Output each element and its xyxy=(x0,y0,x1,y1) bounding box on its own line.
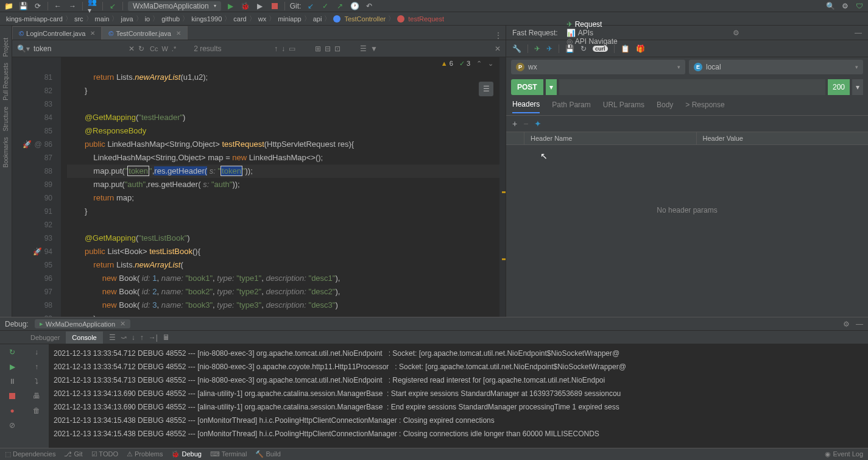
breadcrumb-item[interactable]: kings-miniapp-card xyxy=(6,15,63,23)
scroll-icon[interactable]: ⤵ xyxy=(31,376,42,387)
select-occurrences-icon[interactable]: ⊡ xyxy=(334,44,340,53)
code-line[interactable]: LinkedHashMap<String,Object> map = new L… xyxy=(67,151,506,165)
tool-window-pull requests[interactable]: Pull Requests xyxy=(2,63,9,101)
bottom-tab-dependencies[interactable]: ⬚ Dependencies xyxy=(5,450,55,458)
curl-icon[interactable]: curl xyxy=(593,46,608,52)
code-line[interactable]: new Book( id: 1, name: "book1", type: "t… xyxy=(67,272,506,285)
run-config-selector[interactable]: WxMaDemoApplication xyxy=(128,1,221,11)
tool-window-bookmarks[interactable]: Bookmarks xyxy=(2,137,9,168)
tool-window-structure[interactable]: Structure xyxy=(2,107,9,132)
save-request-icon[interactable]: 💾 xyxy=(565,44,574,53)
breadcrumb-item[interactable]: miniapp xyxy=(278,15,302,23)
code-line[interactable]: new Book( id: 2, name: "book2", type: "t… xyxy=(67,285,506,299)
request-tab-url-params[interactable]: URL Params xyxy=(603,101,644,113)
select-all-icon[interactable]: ▭ xyxy=(289,44,295,53)
history-icon[interactable]: ↻ xyxy=(138,44,144,53)
breadcrumb-item[interactable]: api xyxy=(313,15,322,23)
fast-request-tab-request[interactable]: ✈Request xyxy=(566,20,618,29)
wrench-icon[interactable]: 🔧 xyxy=(512,44,521,53)
save-icon[interactable]: 💾 xyxy=(18,1,28,11)
event-log[interactable]: ◉ Event Log xyxy=(825,450,863,458)
code-editor[interactable]: 8182838485🚀@8687888990919293🚀94959697989… xyxy=(12,57,506,317)
add-selection-icon[interactable]: ⊞ xyxy=(315,44,321,53)
search-everywhere-icon[interactable]: 🔍 xyxy=(825,1,835,11)
request-tab-body[interactable]: Body xyxy=(657,101,673,113)
shield-icon[interactable]: 🛡 xyxy=(855,1,864,11)
request-tab-path-param[interactable]: Path Param xyxy=(552,101,590,113)
run-icon[interactable]: ▶ xyxy=(226,1,236,11)
minimize-icon[interactable]: — xyxy=(856,320,863,328)
code-line[interactable] xyxy=(67,97,506,111)
git-rollback-icon[interactable]: ↶ xyxy=(364,1,374,11)
settings-icon[interactable]: ⚙ xyxy=(840,1,850,11)
code-line[interactable]: ); xyxy=(67,312,506,317)
run-to-cursor-icon[interactable]: →| xyxy=(149,333,158,342)
up-icon[interactable]: ↑ xyxy=(31,361,42,372)
at-icon[interactable]: @ xyxy=(34,138,41,151)
bottom-tab-git[interactable]: ⎇ Git xyxy=(64,450,82,458)
code-line[interactable]: @GetMapping("testHeader") xyxy=(67,111,506,124)
stop-debug-icon[interactable] xyxy=(9,393,15,399)
code-line[interactable]: public LinkedHashMap<String,Object> test… xyxy=(67,138,506,151)
open-icon[interactable]: 📁 xyxy=(4,1,13,11)
debug-icon[interactable]: 🐞 xyxy=(241,1,250,11)
more-tabs-icon[interactable]: ⋮ xyxy=(491,31,506,40)
clear-search-icon[interactable]: ✕ xyxy=(129,44,135,53)
forward-icon[interactable]: → xyxy=(68,1,77,11)
stop-icon[interactable] xyxy=(272,3,278,9)
request-tab-headers[interactable]: Headers xyxy=(512,100,540,113)
code-line[interactable]: } xyxy=(67,205,506,218)
close-tab-icon[interactable]: ✕ xyxy=(176,30,181,37)
search-option-.*[interactable]: .* xyxy=(170,45,178,52)
breadcrumb-item[interactable]: src xyxy=(74,15,83,23)
code-line[interactable]: } xyxy=(67,84,506,97)
debug-tab-console[interactable]: Console xyxy=(66,331,102,344)
console-output[interactable]: 2021-12-13 13:33:54.712 DEBUG 48552 --- … xyxy=(49,344,868,460)
method-dropdown-icon[interactable]: ▾ xyxy=(546,79,557,95)
bottom-tab-build[interactable]: 🔨 Build xyxy=(255,450,281,458)
minimize-icon[interactable]: — xyxy=(855,29,862,37)
debug-tab-debugger[interactable]: Debugger xyxy=(24,331,66,344)
send-download-icon[interactable]: ✈ xyxy=(546,44,552,53)
pause-icon[interactable]: ⏸ xyxy=(7,376,18,387)
bottom-tab-todo[interactable]: ☑ TODO xyxy=(91,450,118,458)
rocket-icon[interactable]: 🚀 xyxy=(23,138,32,151)
gift-icon[interactable]: 🎁 xyxy=(636,44,645,53)
http-method-selector[interactable]: POST xyxy=(511,79,543,95)
fast-request-tab-apis[interactable]: 📊APIs xyxy=(566,29,618,37)
project-selector[interactable]: Pwx xyxy=(511,60,685,74)
step-over-icon[interactable]: ⤻ xyxy=(121,333,127,342)
search-option-Cc[interactable]: Cc xyxy=(148,45,160,52)
bottom-tab-terminal[interactable]: ⌨ Terminal xyxy=(210,450,247,458)
close-find-icon[interactable]: ✕ xyxy=(495,44,501,53)
search-input[interactable] xyxy=(34,44,125,53)
code-line[interactable]: map.put("auth",res.getHeader( s: "auth")… xyxy=(67,178,506,191)
env-selector[interactable]: Elocal xyxy=(689,60,863,74)
breadcrumb-item[interactable]: card xyxy=(233,15,246,23)
step-out-icon[interactable]: ↑ xyxy=(140,333,144,342)
gear-icon[interactable]: ⚙ xyxy=(843,320,850,328)
debug-app-tab[interactable]: ▸WxMaDemoApplication ✕ xyxy=(35,319,130,328)
funnel-icon[interactable]: ▼ xyxy=(370,44,378,53)
step-into-icon[interactable]: ↓ xyxy=(132,333,135,342)
bottom-tab-problems[interactable]: ⚠ Problems xyxy=(127,450,163,458)
users-icon[interactable]: 👥▾ xyxy=(88,1,97,11)
remove-row-icon[interactable]: − xyxy=(523,119,528,129)
down-icon[interactable]: ↓ xyxy=(31,347,42,358)
git-pull-icon[interactable]: ↙ xyxy=(306,1,316,11)
close-tab-icon[interactable]: ✕ xyxy=(90,30,95,37)
next-match-icon[interactable]: ↓ xyxy=(281,44,285,53)
mute-breakpoints-icon[interactable]: ⊘ xyxy=(7,420,18,431)
git-push-icon[interactable]: ↗ xyxy=(335,1,345,11)
chevron-up-icon[interactable]: ⌃ xyxy=(476,60,482,68)
filter-icon[interactable]: ☰ xyxy=(360,44,367,53)
evaluate-icon[interactable]: 🖩 xyxy=(163,333,170,342)
git-history-icon[interactable]: 🕐 xyxy=(350,1,359,11)
print-icon[interactable]: 🖶 xyxy=(31,391,42,402)
checks-indicator[interactable]: ✓ 3 xyxy=(459,60,470,68)
code-line[interactable] xyxy=(67,57,506,71)
git-commit-icon[interactable]: ✓ xyxy=(320,1,330,11)
remove-selection-icon[interactable]: ⊟ xyxy=(325,44,331,53)
breadcrumb-item[interactable]: kings1990 xyxy=(191,15,222,23)
structure-popup-icon[interactable]: ☰ xyxy=(479,82,493,96)
